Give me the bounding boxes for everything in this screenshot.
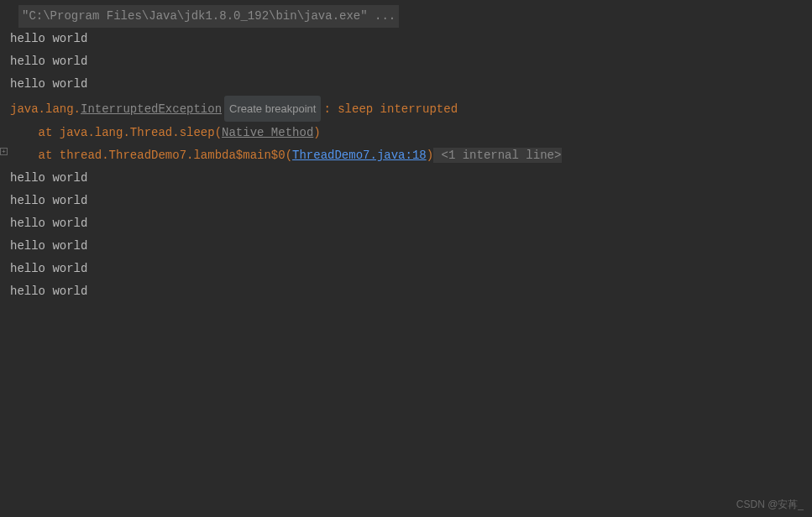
- output-line: hello world: [0, 190, 812, 212]
- stack-open-paren: (: [286, 149, 292, 162]
- output-line: hello world: [0, 28, 812, 50]
- source-file-link[interactable]: ThreadDemo7.java:18: [292, 149, 427, 162]
- exception-package: java.lang.: [10, 102, 81, 116]
- fold-expand-icon[interactable]: +: [0, 148, 8, 155]
- output-line: hello world: [0, 212, 812, 235]
- stack-line: at thread.ThreadDemo7.lambda$main$0(Thre…: [0, 144, 812, 167]
- output-line: hello world: [0, 258, 812, 280]
- collapsed-frames-hint[interactable]: <1 internal line>: [433, 148, 562, 163]
- java-command: "C:\Program Files\Java\jdk1.8.0_192\bin\…: [18, 5, 399, 28]
- command-line-row: "C:\Program Files\Java\jdk1.8.0_192\bin\…: [0, 5, 812, 28]
- stack-method: java.lang.Thread.sleep: [60, 126, 215, 139]
- stack-line: at java.lang.Thread.sleep(Native Method): [0, 122, 812, 144]
- stack-close-paren: ): [427, 149, 433, 162]
- output-line: hello world: [0, 280, 812, 303]
- stack-prefix: at: [10, 126, 60, 139]
- exception-class-link[interactable]: InterruptedException: [81, 102, 222, 116]
- exception-sep: :: [323, 102, 338, 116]
- stack-close-paren: ): [313, 126, 320, 139]
- native-method-link[interactable]: Native Method: [222, 126, 313, 139]
- exception-message: sleep interrupted: [338, 102, 458, 116]
- exception-line: java.lang.InterruptedExceptionCreate bre…: [0, 96, 812, 122]
- stack-open-paren: (: [215, 126, 222, 139]
- output-line: hello world: [0, 73, 812, 96]
- stack-method: thread.ThreadDemo7.lambda$main$0: [60, 149, 286, 162]
- gutter: +: [0, 0, 8, 517]
- output-line: hello world: [0, 50, 812, 73]
- stack-prefix: at: [10, 149, 60, 162]
- output-line: hello world: [0, 235, 812, 258]
- create-breakpoint-button[interactable]: Create breakpoint: [224, 96, 321, 122]
- console-output: "C:\Program Files\Java\jdk1.8.0_192\bin\…: [0, 0, 812, 303]
- watermark: CSDN @安苒_: [736, 498, 804, 512]
- output-line: hello world: [0, 167, 812, 190]
